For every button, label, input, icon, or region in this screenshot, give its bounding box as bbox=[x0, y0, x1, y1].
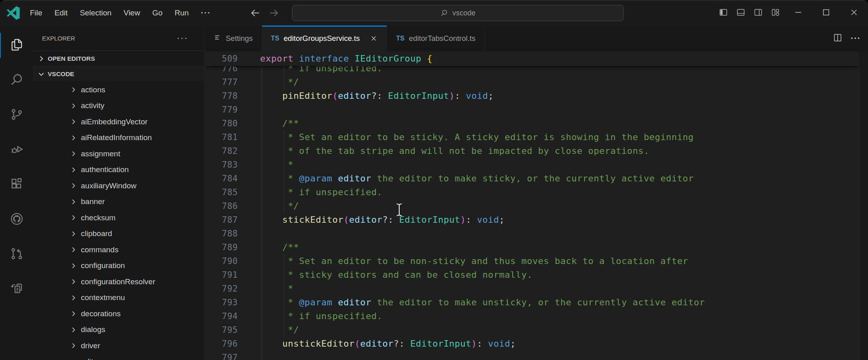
close-button[interactable] bbox=[840, 0, 868, 26]
line-number[interactable]: 781 bbox=[205, 130, 247, 144]
tree-item-driver[interactable]: driver bbox=[33, 338, 204, 354]
code-line-786[interactable]: 786 */ bbox=[205, 199, 860, 213]
tree-item-authentication[interactable]: authentication bbox=[33, 162, 204, 178]
activitybar-github[interactable] bbox=[0, 202, 33, 237]
toggle-secondary-sidebar-button[interactable] bbox=[749, 0, 767, 26]
go-forward-icon[interactable] bbox=[268, 7, 279, 19]
code-line-777[interactable]: 777 */ bbox=[205, 75, 860, 89]
line-number[interactable]: 784 bbox=[205, 172, 247, 185]
tab-Settings[interactable]: Settings bbox=[205, 26, 262, 51]
tree-item-decorations[interactable]: decorations bbox=[33, 306, 204, 322]
tree-item-label: assignment bbox=[81, 149, 120, 158]
close-tab-icon[interactable] bbox=[370, 34, 378, 43]
menu-edit[interactable]: Edit bbox=[49, 0, 74, 26]
toggle-primary-sidebar-button[interactable] bbox=[715, 0, 732, 26]
activitybar-explorer[interactable] bbox=[0, 28, 33, 63]
code-line-781[interactable]: 781 * Set an editor to be sticky. A stic… bbox=[205, 130, 860, 144]
tab-editorGroupsService.ts[interactable]: TSeditorGroupsService.ts bbox=[262, 26, 387, 51]
menu-go[interactable]: Go bbox=[146, 0, 168, 26]
tree-item-commands[interactable]: commands bbox=[33, 242, 204, 258]
line-number[interactable]: 786 bbox=[205, 199, 247, 213]
line-number[interactable]: 777 bbox=[205, 75, 247, 89]
code-line-788[interactable]: 788 bbox=[205, 227, 860, 241]
tree-item-activity[interactable]: activity bbox=[33, 98, 204, 114]
split-editor-icon[interactable] bbox=[833, 33, 843, 44]
section-vscode[interactable]: VSCODE bbox=[33, 66, 204, 81]
menu-run[interactable]: Run bbox=[169, 0, 195, 26]
activitybar-search[interactable] bbox=[0, 63, 33, 98]
tree-item-banner[interactable]: banner bbox=[33, 194, 204, 210]
section-open-editors[interactable]: OPEN EDITORS bbox=[33, 51, 204, 66]
line-number[interactable]: 778 bbox=[205, 89, 247, 103]
line-number[interactable]: 783 bbox=[205, 158, 247, 172]
line-number[interactable]: 791 bbox=[205, 268, 247, 282]
code-line-791[interactable]: 791 * sticky editors and can be closed n… bbox=[205, 268, 860, 282]
line-number[interactable]: 790 bbox=[205, 254, 247, 268]
toggle-panel-button[interactable] bbox=[732, 0, 749, 26]
code-line-794[interactable]: 794 * if unspecified. bbox=[205, 309, 860, 323]
sticky-scroll[interactable]: 509export interface IEditorGroup { bbox=[205, 51, 860, 66]
go-back-icon[interactable] bbox=[250, 7, 261, 19]
tree-item-dialogs[interactable]: dialogs bbox=[33, 322, 204, 338]
menu-overflow-icon[interactable]: ··· bbox=[195, 0, 217, 26]
code-line-779[interactable]: 779 bbox=[205, 103, 860, 117]
tree-item-contextmenu[interactable]: contextmenu bbox=[33, 290, 204, 306]
code-line-784[interactable]: 784 * @param editor the editor to make s… bbox=[205, 172, 860, 185]
line-number[interactable]: 789 bbox=[205, 241, 247, 254]
tree-item-editor[interactable]: editor bbox=[33, 354, 204, 360]
code-line-797[interactable]: 797 bbox=[205, 351, 860, 360]
code-line-793[interactable]: 793 * @param editor the editor to make u… bbox=[205, 296, 860, 309]
code-line-787[interactable]: 787 stickEditor(editor?: EditorInput): v… bbox=[205, 213, 860, 227]
code-line-780[interactable]: 780 /** bbox=[205, 117, 860, 130]
tree-item-aiEmbeddingVector[interactable]: aiEmbeddingVector bbox=[33, 114, 204, 130]
code-line-792[interactable]: 792 * bbox=[205, 282, 860, 296]
tree-item-clipboard[interactable]: clipboard bbox=[33, 226, 204, 242]
tree-item-assignment[interactable]: assignment bbox=[33, 146, 204, 162]
activitybar-pull-requests[interactable] bbox=[0, 237, 33, 272]
code-line-789[interactable]: 789 /** bbox=[205, 241, 860, 254]
tab-editorTabsControl.ts[interactable]: TSeditorTabsControl.ts bbox=[387, 26, 485, 51]
activitybar-source-control[interactable] bbox=[0, 98, 33, 132]
typescript-file-icon: TS bbox=[271, 35, 279, 42]
menu-selection[interactable]: Selection bbox=[74, 0, 117, 26]
code-line-795[interactable]: 795 */ bbox=[205, 323, 860, 337]
maximize-button[interactable] bbox=[812, 0, 840, 26]
code-line-796[interactable]: 796 unstickEditor(editor?: EditorInput):… bbox=[205, 337, 860, 351]
activitybar-extensions[interactable] bbox=[0, 167, 33, 202]
tree-item-configuration[interactable]: configuration bbox=[33, 258, 204, 274]
code-line-783[interactable]: 783 * bbox=[205, 158, 860, 172]
activitybar-github-actions[interactable] bbox=[0, 272, 33, 307]
customize-layout-button[interactable] bbox=[767, 0, 784, 26]
code-line-782[interactable]: 782 * of the tab stripe and will not be … bbox=[205, 144, 860, 158]
menu-view[interactable]: View bbox=[118, 0, 146, 26]
sticky-line-number[interactable]: 509 bbox=[205, 51, 247, 66]
line-number[interactable]: 797 bbox=[205, 351, 247, 360]
line-number[interactable]: 779 bbox=[205, 103, 247, 117]
line-number[interactable]: 785 bbox=[205, 185, 247, 199]
code-area[interactable]: 776 * if unspecified.777 */778 pinEditor… bbox=[205, 51, 860, 360]
explorer-more-actions-icon[interactable]: ··· bbox=[177, 33, 188, 43]
line-number[interactable]: 788 bbox=[205, 227, 247, 241]
tree-item-configurationResolver[interactable]: configurationResolver bbox=[33, 274, 204, 290]
code-line-778[interactable]: 778 pinEditor(editor?: EditorInput): voi… bbox=[205, 89, 860, 103]
scrollbar[interactable] bbox=[860, 51, 868, 360]
activitybar-run-debug[interactable] bbox=[0, 132, 33, 167]
line-number[interactable]: 796 bbox=[205, 337, 247, 351]
minimize-button[interactable] bbox=[784, 0, 812, 26]
search-input[interactable]: vscode bbox=[292, 5, 624, 21]
line-number[interactable]: 795 bbox=[205, 323, 247, 337]
line-number[interactable]: 794 bbox=[205, 309, 247, 323]
more-actions-icon[interactable]: ··· bbox=[851, 33, 861, 44]
code-line-785[interactable]: 785 * if unspecified. bbox=[205, 185, 860, 199]
line-number[interactable]: 787 bbox=[205, 213, 247, 227]
code-line-790[interactable]: 790 * Set an editor to be non-sticky and… bbox=[205, 254, 860, 268]
line-number[interactable]: 780 bbox=[205, 117, 247, 130]
line-number[interactable]: 792 bbox=[205, 282, 247, 296]
line-number[interactable]: 782 bbox=[205, 144, 247, 158]
menu-file[interactable]: File bbox=[24, 0, 49, 26]
tree-item-checksum[interactable]: checksum bbox=[33, 210, 204, 226]
tree-item-auxiliaryWindow[interactable]: auxiliaryWindow bbox=[33, 178, 204, 194]
tree-item-aiRelatedInformation[interactable]: aiRelatedInformation bbox=[33, 130, 204, 146]
line-number[interactable]: 793 bbox=[205, 296, 247, 309]
tree-item-actions[interactable]: actions bbox=[33, 82, 204, 98]
